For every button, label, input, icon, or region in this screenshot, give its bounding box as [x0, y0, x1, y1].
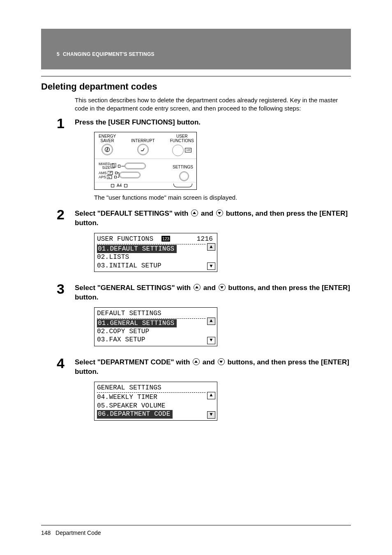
- step-2: 2 Select "DEFAULT SETTINGS" with and but…: [75, 209, 351, 272]
- tray-icon: [173, 184, 192, 187]
- lcd-row: 03.FAX SETUP: [96, 336, 217, 344]
- step-number: 1: [57, 115, 65, 131]
- lcd-row: 04.WEEKLY TIMER: [96, 393, 217, 401]
- user-functions-123-icon: 123: [185, 148, 191, 152]
- page-number: 148: [41, 530, 51, 536]
- lcd-screen-user-functions: USER FUNCTIONS 123 1216 01.DEFAULT SETTI…: [94, 233, 217, 272]
- step-number: 2: [57, 207, 65, 223]
- settings-label: SETTINGS: [173, 165, 193, 169]
- lcd-title-line: DEFAULT SETTINGS: [96, 309, 217, 318]
- step-1: 1 Press the [USER FUNCTIONS] button. ENE…: [75, 118, 351, 201]
- step-1-figure: ENERGYSAVER INTERRUPT USERFUNCTIONS: [94, 132, 351, 190]
- ams-aps-oval-button: [119, 172, 141, 178]
- scroll-down-icon: ▼: [207, 411, 215, 419]
- step-1-instruction: Press the [USER FUNCTIONS] button.: [75, 118, 351, 127]
- chapter-label: 5CHANGING EQUIPMENT'S SETTINGS: [57, 51, 351, 57]
- panel-bottom: A4: [95, 182, 196, 189]
- scroll-down-icon: ▼: [207, 337, 215, 344]
- up-arrow-icon: [194, 284, 201, 291]
- up-arrow-icon: [193, 358, 200, 365]
- panel-top-row: ENERGYSAVER INTERRUPT USERFUNCTIONS: [95, 132, 196, 159]
- scroll-up-icon: ▲: [207, 392, 215, 399]
- step-2-figure: USER FUNCTIONS 123 1216 01.DEFAULT SETTI…: [94, 233, 351, 272]
- aps-icon: [107, 175, 113, 179]
- chapter-title: CHANGING EQUIPMENT'S SETTINGS: [63, 51, 154, 57]
- lcd-divider: [97, 392, 205, 393]
- step-4: 4 Select "DEPARTMENT CODE" with and butt…: [75, 358, 351, 421]
- energy-saver-button: ENERGYSAVER: [99, 134, 116, 156]
- interrupt-button: INTERRUPT: [131, 134, 154, 156]
- lcd-row-selected: 01.GENERAL SETTINGS: [97, 319, 177, 327]
- section-title: Deleting department codes: [41, 81, 351, 92]
- down-arrow-icon: [218, 358, 225, 365]
- ams-icon: [108, 171, 113, 175]
- lcd-screen-default-settings: DEFAULT SETTINGS 01.GENERAL SETTINGS 02.…: [94, 307, 217, 346]
- control-panel-figure: ENERGYSAVER INTERRUPT USERFUNCTIONS: [94, 132, 197, 190]
- step-number: 4: [57, 355, 65, 371]
- step-4-figure: GENERAL SETTINGS 04.WEEKLY TIMER 05.SPEA…: [94, 382, 351, 421]
- lcd-title-line: USER FUNCTIONS 123 1216: [96, 235, 217, 243]
- chapter-header: 5CHANGING EQUIPMENT'S SETTINGS: [41, 29, 351, 69]
- section-divider: [41, 76, 351, 76]
- lcd-screen-general-settings: GENERAL SETTINGS 04.WEEKLY TIMER 05.SPEA…: [94, 382, 217, 421]
- mixed-size-icon: [111, 163, 117, 169]
- lcd-divider: [97, 318, 205, 319]
- scroll-up-icon: ▲: [207, 318, 215, 325]
- scroll-up-icon: ▲: [207, 243, 215, 251]
- lcd-row-selected: 01.DEFAULT SETTINGS: [97, 245, 177, 253]
- lcd-row: 02.COPY SETUP: [96, 327, 217, 336]
- panel-middle: MIXEDSIZE AMS APS SETTING: [95, 159, 196, 182]
- down-arrow-icon: [219, 284, 226, 291]
- lcd-row: 02.LISTS: [96, 253, 217, 261]
- lcd-counter: 1216: [197, 235, 213, 243]
- user-functions-button: USERFUNCTIONS 123: [170, 134, 194, 156]
- step-number: 3: [57, 281, 65, 297]
- up-arrow-icon: [191, 210, 198, 216]
- lcd-title-line: GENERAL SETTINGS: [96, 384, 217, 392]
- interrupt-icon: [137, 144, 149, 155]
- scroll-down-icon: ▼: [207, 263, 215, 270]
- lcd-row: 05.SPEAKER VOLUME: [96, 402, 217, 410]
- lcd-divider: [97, 244, 205, 244]
- settings-button: [179, 171, 189, 181]
- step-4-instruction: Select "DEPARTMENT CODE" with and button…: [75, 358, 351, 377]
- lcd-row-selected: 06.DEPARTMENT CODE: [97, 410, 173, 418]
- step-3-figure: DEFAULT SETTINGS 01.GENERAL SETTINGS 02.…: [94, 307, 351, 346]
- mixed-size-oval-button: [125, 163, 146, 169]
- chapter-number: 5: [57, 51, 60, 57]
- page-footer: 148 Department Code: [41, 525, 351, 536]
- footer-label: Department Code: [55, 530, 101, 536]
- step-3: 3 Select "GENERAL SETTINGS" with and but…: [75, 283, 351, 346]
- lcd-row: 03.INITIAL SETUP: [96, 262, 217, 270]
- 123-badge-icon: 123: [161, 236, 170, 242]
- section-intro-text: This section describes how to delete the…: [75, 96, 347, 113]
- a4-label: A4: [117, 183, 122, 188]
- step-3-instruction: Select "GENERAL SETTINGS" with and butto…: [75, 283, 351, 302]
- step-2-instruction: Select "DEFAULT SETTINGS" with and butto…: [75, 209, 351, 228]
- down-arrow-icon: [216, 210, 223, 216]
- step-1-caption: The "user functions mode" main screen is…: [94, 194, 351, 201]
- energy-saver-icon: [101, 144, 113, 155]
- user-functions-circle: [172, 145, 184, 156]
